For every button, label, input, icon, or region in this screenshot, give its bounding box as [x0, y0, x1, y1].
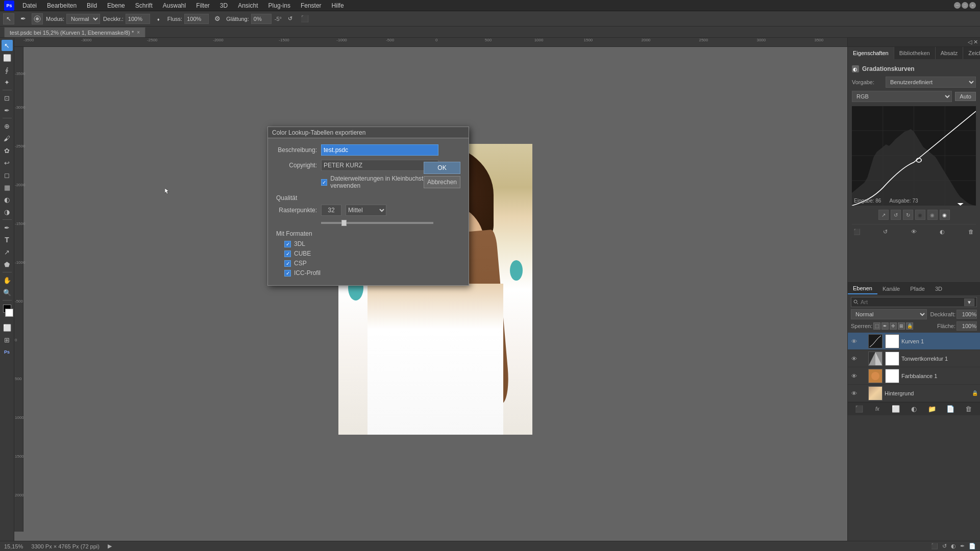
- background-color[interactable]: [5, 309, 13, 317]
- layer-item-tonwert[interactable]: 👁 Tonwertkorrektur 1: [848, 350, 980, 367]
- layer-filter-dropdown[interactable]: ▼: [964, 298, 974, 306]
- curve-eyedrop-shadows[interactable]: ◉: [915, 210, 925, 220]
- tool-text[interactable]: T: [2, 234, 13, 245]
- menu-bearbeiten[interactable]: Bearbeiten: [43, 1, 81, 10]
- curve-eyedrop-highlights[interactable]: ◉: [940, 210, 950, 220]
- tool-lasso[interactable]: ∮: [2, 64, 13, 76]
- canvas-area[interactable]: -3500 -3000 -2500 -2000 -1500 -1000 -500…: [14, 38, 847, 541]
- menu-schrift[interactable]: Schrift: [131, 1, 157, 10]
- layer-eye-hintergrund[interactable]: 👁: [850, 389, 858, 397]
- status-icon-4[interactable]: ✒: [960, 543, 965, 549]
- layers-mode-select[interactable]: Normal: [851, 309, 927, 319]
- cancel-button[interactable]: Abbrechen: [424, 176, 460, 188]
- lowercase-checkbox[interactable]: ✓: [321, 179, 327, 186]
- tool-eyedropper[interactable]: ✒: [2, 105, 13, 116]
- format-cube-checkbox[interactable]: ✓: [284, 251, 291, 257]
- move-tool-icon[interactable]: ↖: [3, 13, 14, 24]
- lock-pixels-icon[interactable]: ✒: [881, 322, 889, 330]
- minimize-button[interactable]: ─: [954, 2, 961, 9]
- menu-plugins[interactable]: Plug-ins: [264, 1, 295, 10]
- lock-all-icon[interactable]: 🔒: [906, 322, 913, 330]
- tool-eraser[interactable]: ◻: [2, 169, 13, 181]
- menu-auswahl[interactable]: Auswahl: [159, 1, 190, 10]
- tab-eigenschaften[interactable]: Eigenschaften: [848, 47, 894, 59]
- props-icon-3[interactable]: 👁: [909, 227, 919, 237]
- format-csp-checkbox[interactable]: ✓: [284, 260, 291, 267]
- layers-delete-button[interactable]: 🗑: [964, 404, 974, 414]
- layer-item-hintergrund[interactable]: 👁 Hintergrund 🔒: [848, 385, 980, 402]
- brush-tool-icon[interactable]: ✒: [17, 13, 29, 24]
- layer-eye-farbbalance[interactable]: 👁: [850, 372, 858, 380]
- fluss-input[interactable]: [184, 14, 209, 24]
- toolbar-icon-4[interactable]: ⬛: [299, 13, 310, 24]
- toolbar-icon-3[interactable]: ↺: [285, 13, 296, 24]
- menu-bild[interactable]: Bild: [83, 1, 101, 10]
- quality-select[interactable]: Mittel: [346, 205, 386, 216]
- beschreibung-input[interactable]: [321, 144, 438, 156]
- tool-mask-mode[interactable]: ⬜: [2, 322, 13, 333]
- tab-zeichen[interactable]: Zeichen: [963, 47, 980, 59]
- layers-fx-button[interactable]: fx: [872, 404, 883, 414]
- curve-eyedrop-midtones[interactable]: ◉: [927, 210, 938, 220]
- document-tab[interactable]: test.psdc bei 15,2% (Kurven 1, Ebenenmas…: [4, 27, 145, 37]
- lock-position-icon[interactable]: ✛: [890, 322, 897, 330]
- layers-link-button[interactable]: ⬛: [854, 404, 864, 414]
- tool-gradient[interactable]: ▦: [2, 182, 13, 193]
- tool-marquee[interactable]: ⬜: [2, 52, 13, 63]
- status-icon-3[interactable]: ◐: [951, 543, 956, 549]
- layer-item-kurven1[interactable]: 👁 Kurven 1: [848, 333, 980, 350]
- menu-ebene[interactable]: Ebene: [103, 1, 129, 10]
- mode-select[interactable]: RGB: [852, 91, 952, 102]
- tool-clone[interactable]: ✿: [2, 145, 13, 156]
- layers-folder-button[interactable]: 📁: [927, 404, 937, 414]
- document-tab-close[interactable]: ×: [137, 30, 140, 35]
- tool-pen[interactable]: ✒: [2, 222, 13, 233]
- tool-move[interactable]: ↖: [2, 40, 13, 51]
- copyright-input[interactable]: [321, 160, 438, 171]
- tool-zoom[interactable]: 🔍: [2, 287, 13, 298]
- curve-tool-2[interactable]: ↺: [891, 210, 901, 220]
- export-lut-dialog[interactable]: Color Lookup-Tabellen exportieren OK Abb…: [267, 127, 469, 286]
- tool-shape[interactable]: ⬟: [2, 259, 13, 270]
- rasterpunkte-input[interactable]: [321, 205, 341, 216]
- preset-select[interactable]: Benutzerdefiniert: [886, 77, 976, 88]
- layer-eye-tonwert[interactable]: 👁: [850, 355, 858, 363]
- curve-tool-1[interactable]: ↗: [878, 210, 889, 220]
- toolbar-icon-1[interactable]: ⬧: [153, 13, 164, 24]
- tool-screen-mode[interactable]: ⊞: [2, 334, 13, 345]
- menu-hilfe[interactable]: Hilfe: [328, 1, 348, 10]
- props-icon-2[interactable]: ↺: [880, 227, 891, 237]
- layers-new-button[interactable]: 📄: [945, 404, 955, 414]
- lock-transparent-icon[interactable]: ⬚: [873, 322, 880, 330]
- tool-ps-icon[interactable]: Ps: [2, 346, 13, 358]
- tool-brush[interactable]: 🖌: [2, 133, 13, 144]
- status-icon-1[interactable]: ⬛: [931, 543, 938, 549]
- tool-magic-wand[interactable]: ✦: [2, 77, 13, 88]
- tool-healing[interactable]: ⊕: [2, 120, 13, 132]
- tab-ebenen[interactable]: Ebenen: [848, 283, 877, 294]
- ok-button[interactable]: OK: [424, 162, 460, 174]
- quality-slider-thumb[interactable]: [341, 220, 347, 226]
- tab-kanaele[interactable]: Kanäle: [877, 283, 905, 294]
- menu-datei[interactable]: Datei: [18, 1, 41, 10]
- modus-select[interactable]: Normal: [66, 14, 100, 24]
- tool-path-select[interactable]: ↗: [2, 246, 13, 258]
- glaettung-input[interactable]: [251, 14, 272, 24]
- format-icc-checkbox[interactable]: ✓: [284, 270, 291, 277]
- tool-dodge[interactable]: ◑: [2, 206, 13, 217]
- opacity-input[interactable]: [957, 310, 977, 319]
- auto-button[interactable]: Auto: [955, 92, 976, 101]
- format-3dl-checkbox[interactable]: ✓: [284, 241, 291, 247]
- fill-input[interactable]: [957, 321, 977, 331]
- tool-hand[interactable]: ✋: [2, 274, 13, 286]
- props-icon-4[interactable]: ◐: [937, 227, 947, 237]
- close-button[interactable]: ×: [969, 2, 976, 9]
- status-icon-5[interactable]: 📄: [969, 543, 976, 549]
- toolbar-icon-2[interactable]: ⚙: [212, 13, 223, 24]
- menu-fenster[interactable]: Fenster: [297, 1, 326, 10]
- menu-ansicht[interactable]: Ansicht: [234, 1, 262, 10]
- layer-item-farbbalance[interactable]: 👁 Farbbalance 1: [848, 367, 980, 385]
- tool-history-brush[interactable]: ↩: [2, 157, 13, 168]
- tab-bibliotheken[interactable]: Bibliotheken: [894, 47, 936, 59]
- curve-tool-3[interactable]: ↻: [903, 210, 913, 220]
